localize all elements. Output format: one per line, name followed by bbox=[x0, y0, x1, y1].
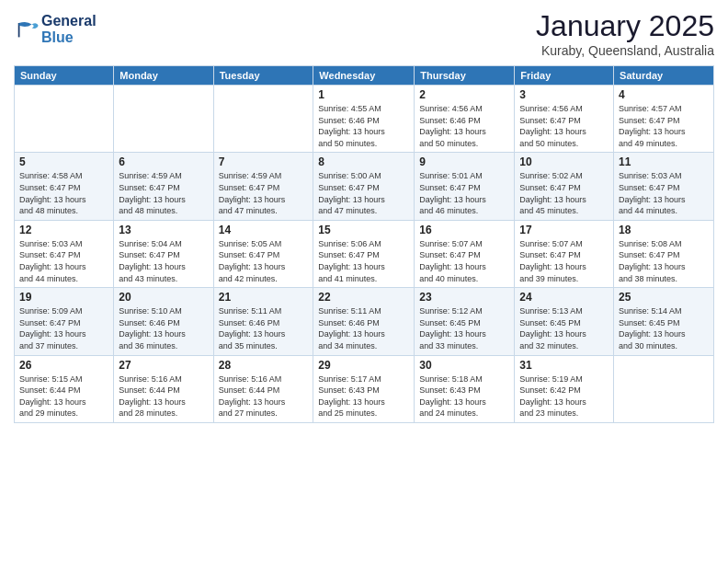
month-title: January 2025 bbox=[536, 9, 714, 43]
calendar-cell: 25Sunrise: 5:14 AMSunset: 6:45 PMDayligh… bbox=[614, 288, 714, 355]
calendar-cell: 29Sunrise: 5:17 AMSunset: 6:43 PMDayligh… bbox=[313, 355, 415, 422]
calendar-cell: 11Sunrise: 5:03 AMSunset: 6:47 PMDayligh… bbox=[614, 153, 714, 220]
day-info: Sunrise: 4:56 AMSunset: 6:47 PMDaylight:… bbox=[519, 103, 609, 149]
day-info: Sunrise: 5:01 AMSunset: 6:47 PMDaylight:… bbox=[419, 170, 509, 216]
header-sunday: Sunday bbox=[15, 66, 114, 86]
calendar-cell: 12Sunrise: 5:03 AMSunset: 6:47 PMDayligh… bbox=[15, 220, 114, 287]
day-info: Sunrise: 5:07 AMSunset: 6:47 PMDaylight:… bbox=[519, 238, 609, 284]
day-info: Sunrise: 5:08 AMSunset: 6:47 PMDaylight:… bbox=[619, 238, 709, 284]
day-number: 30 bbox=[419, 359, 509, 372]
day-number: 20 bbox=[119, 291, 208, 304]
day-info: Sunrise: 5:03 AMSunset: 6:47 PMDaylight:… bbox=[619, 170, 709, 216]
day-number: 2 bbox=[419, 88, 509, 101]
day-info: Sunrise: 5:09 AMSunset: 6:47 PMDaylight:… bbox=[19, 305, 108, 351]
header-monday: Monday bbox=[114, 66, 213, 86]
header-friday: Friday bbox=[515, 66, 614, 86]
calendar-cell: 16Sunrise: 5:07 AMSunset: 6:47 PMDayligh… bbox=[415, 220, 515, 287]
calendar-cell: 17Sunrise: 5:07 AMSunset: 6:47 PMDayligh… bbox=[515, 220, 614, 287]
calendar-cell: 8Sunrise: 5:00 AMSunset: 6:47 PMDaylight… bbox=[313, 153, 415, 220]
calendar-cell: 9Sunrise: 5:01 AMSunset: 6:47 PMDaylight… bbox=[415, 153, 515, 220]
day-number: 22 bbox=[318, 291, 409, 304]
day-number: 18 bbox=[619, 224, 709, 236]
calendar-cell: 26Sunrise: 5:15 AMSunset: 6:44 PMDayligh… bbox=[15, 355, 114, 422]
day-number: 12 bbox=[19, 224, 108, 236]
day-number: 27 bbox=[119, 359, 208, 372]
calendar-cell: 31Sunrise: 5:19 AMSunset: 6:42 PMDayligh… bbox=[515, 355, 614, 422]
day-number: 4 bbox=[619, 88, 709, 101]
day-number: 24 bbox=[519, 291, 609, 304]
day-info: Sunrise: 4:58 AMSunset: 6:47 PMDaylight:… bbox=[19, 170, 108, 216]
day-number: 31 bbox=[519, 359, 609, 372]
day-info: Sunrise: 4:55 AMSunset: 6:46 PMDaylight:… bbox=[318, 103, 409, 149]
calendar-cell bbox=[15, 86, 114, 153]
calendar-cell bbox=[614, 355, 714, 422]
calendar-cell: 13Sunrise: 5:04 AMSunset: 6:47 PMDayligh… bbox=[114, 220, 213, 287]
day-number: 10 bbox=[519, 155, 609, 168]
calendar-cell bbox=[213, 86, 313, 153]
day-info: Sunrise: 5:11 AMSunset: 6:46 PMDaylight:… bbox=[318, 305, 409, 351]
day-number: 19 bbox=[19, 291, 108, 304]
week-row-3: 12Sunrise: 5:03 AMSunset: 6:47 PMDayligh… bbox=[15, 220, 714, 287]
calendar-cell: 4Sunrise: 4:57 AMSunset: 6:47 PMDaylight… bbox=[614, 86, 714, 153]
day-info: Sunrise: 5:04 AMSunset: 6:47 PMDaylight:… bbox=[119, 238, 208, 284]
calendar-cell: 10Sunrise: 5:02 AMSunset: 6:47 PMDayligh… bbox=[515, 153, 614, 220]
day-info: Sunrise: 5:05 AMSunset: 6:47 PMDaylight:… bbox=[219, 238, 309, 284]
calendar-cell: 24Sunrise: 5:13 AMSunset: 6:45 PMDayligh… bbox=[515, 288, 614, 355]
day-number: 25 bbox=[619, 291, 709, 304]
day-number: 14 bbox=[219, 224, 309, 236]
svg-rect-0 bbox=[14, 17, 40, 42]
day-info: Sunrise: 5:02 AMSunset: 6:47 PMDaylight:… bbox=[519, 170, 609, 216]
day-number: 7 bbox=[219, 155, 309, 168]
day-info: Sunrise: 4:56 AMSunset: 6:46 PMDaylight:… bbox=[419, 103, 509, 149]
day-number: 6 bbox=[119, 155, 208, 168]
day-number: 23 bbox=[419, 291, 509, 304]
day-info: Sunrise: 5:07 AMSunset: 6:47 PMDaylight:… bbox=[419, 238, 509, 284]
calendar: Sunday Monday Tuesday Wednesday Thursday… bbox=[14, 65, 714, 423]
logo-icon bbox=[14, 17, 40, 42]
day-info: Sunrise: 4:57 AMSunset: 6:47 PMDaylight:… bbox=[619, 103, 709, 149]
calendar-cell: 5Sunrise: 4:58 AMSunset: 6:47 PMDaylight… bbox=[15, 153, 114, 220]
calendar-cell: 3Sunrise: 4:56 AMSunset: 6:47 PMDaylight… bbox=[515, 86, 614, 153]
day-number: 11 bbox=[619, 155, 709, 168]
day-number: 17 bbox=[519, 224, 609, 236]
calendar-cell bbox=[114, 86, 213, 153]
location-title: Kuraby, Queensland, Australia bbox=[536, 43, 714, 58]
day-number: 21 bbox=[219, 291, 309, 304]
day-info: Sunrise: 4:59 AMSunset: 6:47 PMDaylight:… bbox=[119, 170, 208, 216]
calendar-cell: 30Sunrise: 5:18 AMSunset: 6:43 PMDayligh… bbox=[415, 355, 515, 422]
calendar-cell: 14Sunrise: 5:05 AMSunset: 6:47 PMDayligh… bbox=[213, 220, 313, 287]
day-number: 1 bbox=[318, 88, 409, 101]
calendar-cell: 19Sunrise: 5:09 AMSunset: 6:47 PMDayligh… bbox=[15, 288, 114, 355]
day-info: Sunrise: 5:06 AMSunset: 6:47 PMDaylight:… bbox=[318, 238, 409, 284]
weekday-header-row: Sunday Monday Tuesday Wednesday Thursday… bbox=[15, 66, 714, 86]
logo: General Blue bbox=[14, 13, 97, 46]
day-info: Sunrise: 5:00 AMSunset: 6:47 PMDaylight:… bbox=[318, 170, 409, 216]
header-tuesday: Tuesday bbox=[213, 66, 313, 86]
day-info: Sunrise: 5:16 AMSunset: 6:44 PMDaylight:… bbox=[219, 373, 309, 419]
calendar-cell: 1Sunrise: 4:55 AMSunset: 6:46 PMDaylight… bbox=[313, 86, 415, 153]
day-info: Sunrise: 5:16 AMSunset: 6:44 PMDaylight:… bbox=[119, 373, 208, 419]
day-info: Sunrise: 5:12 AMSunset: 6:45 PMDaylight:… bbox=[419, 305, 509, 351]
day-number: 29 bbox=[318, 359, 409, 372]
calendar-cell: 21Sunrise: 5:11 AMSunset: 6:46 PMDayligh… bbox=[213, 288, 313, 355]
day-number: 9 bbox=[419, 155, 509, 168]
day-info: Sunrise: 5:03 AMSunset: 6:47 PMDaylight:… bbox=[19, 238, 108, 284]
header: General Blue January 2025 Kuraby, Queens… bbox=[14, 9, 714, 58]
week-row-2: 5Sunrise: 4:58 AMSunset: 6:47 PMDaylight… bbox=[15, 153, 714, 220]
calendar-cell: 27Sunrise: 5:16 AMSunset: 6:44 PMDayligh… bbox=[114, 355, 213, 422]
day-info: Sunrise: 4:59 AMSunset: 6:47 PMDaylight:… bbox=[219, 170, 309, 216]
calendar-cell: 22Sunrise: 5:11 AMSunset: 6:46 PMDayligh… bbox=[313, 288, 415, 355]
calendar-cell: 15Sunrise: 5:06 AMSunset: 6:47 PMDayligh… bbox=[313, 220, 415, 287]
calendar-cell: 20Sunrise: 5:10 AMSunset: 6:46 PMDayligh… bbox=[114, 288, 213, 355]
day-info: Sunrise: 5:13 AMSunset: 6:45 PMDaylight:… bbox=[519, 305, 609, 351]
day-info: Sunrise: 5:18 AMSunset: 6:43 PMDaylight:… bbox=[419, 373, 509, 419]
week-row-5: 26Sunrise: 5:15 AMSunset: 6:44 PMDayligh… bbox=[15, 355, 714, 422]
day-number: 28 bbox=[219, 359, 309, 372]
calendar-cell: 7Sunrise: 4:59 AMSunset: 6:47 PMDaylight… bbox=[213, 153, 313, 220]
calendar-cell: 28Sunrise: 5:16 AMSunset: 6:44 PMDayligh… bbox=[213, 355, 313, 422]
week-row-1: 1Sunrise: 4:55 AMSunset: 6:46 PMDaylight… bbox=[15, 86, 714, 153]
day-number: 8 bbox=[318, 155, 409, 168]
day-number: 26 bbox=[19, 359, 108, 372]
day-info: Sunrise: 5:14 AMSunset: 6:45 PMDaylight:… bbox=[619, 305, 709, 351]
title-area: January 2025 Kuraby, Queensland, Austral… bbox=[536, 9, 714, 58]
